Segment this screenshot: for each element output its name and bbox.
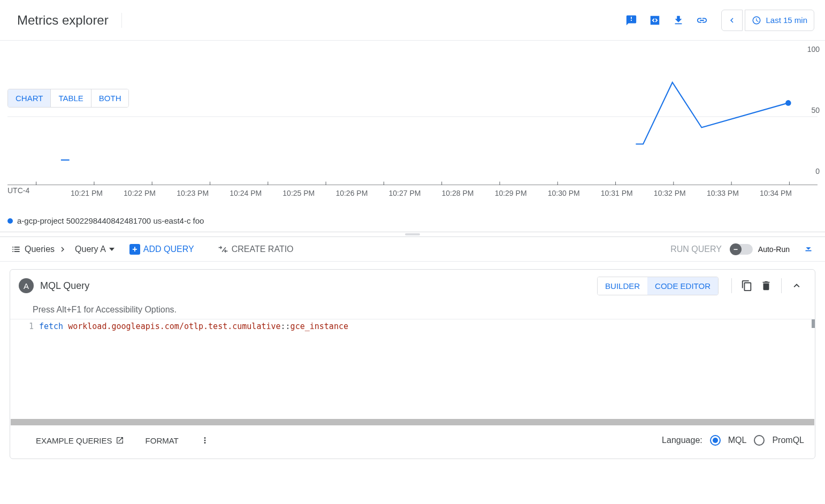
x-tick: 10:32 PM — [654, 189, 686, 197]
x-axis-ticks: 10:21 PM 10:22 PM 10:23 PM 10:24 PM 10:2… — [63, 189, 818, 197]
code-sep: :: — [281, 322, 291, 331]
query-panel-footer: EXAMPLE QUERIES FORMAT Language: MQL Pro… — [10, 425, 815, 459]
line-chart[interactable] — [7, 48, 818, 185]
collapse-button[interactable] — [787, 276, 806, 295]
code-keyword: fetch — [39, 322, 63, 331]
footer-left: EXAMPLE QUERIES FORMAT — [36, 436, 210, 445]
query-toolbar-right: RUN QUERY − Auto-Run — [670, 242, 814, 256]
query-panel: A MQL Query BUILDER CODE EDITOR Press Al… — [10, 269, 815, 459]
x-tick: 10:28 PM — [442, 189, 474, 197]
view-mode-tabs: CHART TABLE BOTH — [7, 89, 129, 108]
auto-run-label: Auto-Run — [758, 245, 790, 254]
horizontal-scrollbar[interactable] — [11, 419, 814, 425]
x-tick: 10:25 PM — [282, 189, 315, 197]
run-query-button[interactable]: RUN QUERY — [670, 245, 722, 254]
time-range-group: Last 15 min — [721, 10, 814, 31]
x-tick: 10:26 PM — [335, 189, 368, 197]
example-queries-label: EXAMPLE QUERIES — [36, 436, 112, 445]
query-selector[interactable]: Query A — [75, 245, 114, 254]
radio-mql[interactable] — [710, 435, 721, 446]
svg-rect-18 — [806, 250, 812, 251]
link-icon[interactable] — [691, 10, 713, 31]
radio-promql-label: PromQL — [772, 436, 804, 445]
caret-down-icon — [109, 248, 114, 251]
x-tick: 10:22 PM — [124, 189, 156, 197]
code-editor-body[interactable] — [10, 333, 815, 419]
more-vert-icon — [200, 436, 210, 445]
legend-text: a-gcp-project 5002298440842481700 us-eas… — [17, 216, 204, 225]
x-tick: 10:21 PM — [71, 189, 103, 197]
y-tick-50: 50 — [811, 106, 820, 114]
queries-breadcrumb[interactable]: Queries — [11, 244, 67, 255]
query-toolbar-left: Queries Query A + ADD QUERY CREATE RATIO — [11, 244, 294, 255]
line-gutter: 1 — [10, 319, 39, 333]
create-ratio-label: CREATE RATIO — [232, 245, 294, 254]
legend-color-dot — [7, 218, 13, 224]
time-range-button[interactable]: Last 15 min — [745, 10, 814, 31]
clock-icon — [752, 16, 761, 25]
page-title: Metrics explorer — [17, 13, 122, 28]
header-bar: Metrics explorer Last 15 min — [0, 0, 825, 41]
chevron-right-icon — [58, 245, 67, 254]
code-line-1[interactable]: fetch workload.googleapis.com/otlp.test.… — [39, 319, 815, 333]
add-query-label: ADD QUERY — [143, 245, 194, 254]
open-in-new-icon — [116, 436, 124, 445]
minimap-cursor[interactable] — [812, 319, 815, 328]
queries-label: Queries — [25, 245, 55, 254]
editor-mode-tabs: BUILDER CODE EDITOR — [597, 277, 719, 295]
expand-all-button[interactable] — [803, 242, 814, 256]
create-ratio-button[interactable]: CREATE RATIO — [218, 244, 294, 255]
x-tick: 10:33 PM — [707, 189, 739, 197]
timezone-label: UTC-4 — [7, 186, 29, 195]
feedback-icon[interactable] — [621, 10, 642, 31]
language-label: Language: — [662, 436, 702, 445]
auto-run-toggle-wrap: − Auto-Run — [730, 244, 790, 255]
query-badge: A — [19, 278, 34, 293]
y-tick-0: 0 — [815, 167, 820, 175]
y-tick-100: 100 — [807, 45, 820, 54]
duplicate-button[interactable] — [737, 276, 757, 295]
x-tick: 10:34 PM — [760, 189, 792, 197]
query-selector-label: Query A — [75, 245, 106, 254]
query-panel-header-left: A MQL Query — [19, 278, 89, 293]
plus-icon: + — [129, 244, 140, 255]
header-left: Metrics explorer — [17, 13, 122, 28]
tab-table[interactable]: TABLE — [51, 89, 91, 107]
query-toolbar: Queries Query A + ADD QUERY CREATE RATIO… — [0, 237, 825, 262]
x-tick: 10:24 PM — [230, 189, 262, 197]
more-button[interactable] — [200, 436, 210, 445]
tab-both[interactable]: BOTH — [91, 89, 129, 107]
time-prev-button[interactable] — [721, 10, 743, 31]
time-range-label: Last 15 min — [766, 16, 807, 25]
x-tick: 10:27 PM — [388, 189, 421, 197]
delete-button[interactable] — [757, 276, 776, 295]
chart-area: CHART TABLE BOTH 100 50 0 UTC-4 10:21 PM… — [0, 41, 825, 212]
query-panel-header-right: BUILDER CODE EDITOR — [597, 276, 806, 295]
auto-run-toggle[interactable]: − — [730, 244, 753, 255]
query-panel-header: A MQL Query BUILDER CODE EDITOR — [10, 270, 815, 302]
download-icon[interactable] — [668, 10, 689, 31]
list-icon — [11, 244, 21, 255]
tab-builder[interactable]: BUILDER — [598, 277, 647, 295]
query-title: MQL Query — [40, 280, 89, 292]
radio-mql-label: MQL — [728, 436, 747, 445]
example-queries-button[interactable]: EXAMPLE QUERIES — [36, 436, 124, 445]
x-tick: 10:30 PM — [548, 189, 580, 197]
resize-handle[interactable] — [0, 232, 825, 237]
add-query-button[interactable]: + ADD QUERY — [129, 244, 194, 255]
code-editor-area[interactable]: 1 fetch workload.googleapis.com/otlp.tes… — [10, 319, 815, 333]
radio-promql[interactable] — [754, 435, 765, 446]
header-right-actions: Last 15 min — [621, 10, 814, 31]
x-tick: 10:29 PM — [495, 189, 527, 197]
svg-point-3 — [785, 100, 791, 106]
x-tick: 10:23 PM — [177, 189, 209, 197]
tab-chart[interactable]: CHART — [8, 89, 51, 107]
a11y-hint: Press Alt+F1 for Accessibility Options. — [10, 302, 815, 319]
code-resource: gce_instance — [291, 322, 348, 331]
legend-row: a-gcp-project 5002298440842481700 us-eas… — [0, 212, 825, 232]
code-metric: workload.googleapis.com/otlp.test.cumula… — [68, 322, 280, 331]
code-icon[interactable] — [644, 10, 666, 31]
line-number: 1 — [29, 322, 34, 331]
format-button[interactable]: FORMAT — [146, 436, 179, 445]
tab-code-editor[interactable]: CODE EDITOR — [647, 277, 718, 295]
